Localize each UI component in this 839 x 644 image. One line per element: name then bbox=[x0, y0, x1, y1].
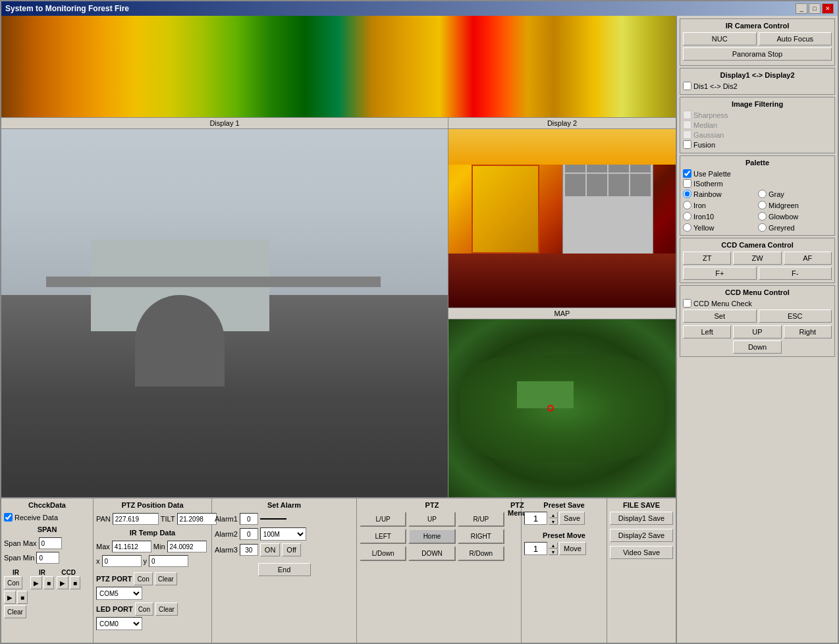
ccd-right-button[interactable]: Right bbox=[784, 325, 832, 338]
ptz-right-button[interactable]: RIGHT bbox=[458, 529, 504, 544]
span-min-input[interactable]: 0 bbox=[36, 552, 59, 564]
median-checkbox[interactable] bbox=[683, 121, 691, 129]
glowbow-row: Glowbow bbox=[758, 212, 832, 221]
video-save-button[interactable]: Video Save bbox=[610, 546, 673, 559]
dis1-dis2-checkbox[interactable] bbox=[683, 82, 691, 90]
x-input[interactable]: 0 bbox=[102, 555, 142, 567]
led-port-title: LED PORT bbox=[96, 605, 133, 613]
close-button[interactable]: ✕ bbox=[822, 3, 834, 14]
set-alarm-title: Set Alarm bbox=[215, 501, 354, 509]
ccd-stop-button[interactable]: ■ bbox=[70, 576, 80, 589]
ccd-menu-check-checkbox[interactable] bbox=[683, 299, 691, 308]
af-button[interactable]: AF bbox=[784, 252, 832, 265]
use-palette-checkbox[interactable] bbox=[683, 169, 691, 178]
alarm3-off-button[interactable]: Off bbox=[282, 543, 300, 556]
greyred-row: Greyred bbox=[758, 223, 832, 232]
fusion-row: Fusion bbox=[683, 140, 832, 149]
isotherm-checkbox[interactable] bbox=[683, 179, 691, 188]
alarm2-range-select[interactable]: 100M bbox=[260, 527, 306, 541]
esc-button[interactable]: ESC bbox=[759, 309, 832, 323]
alarm1-input[interactable]: 0 bbox=[240, 513, 258, 525]
ptz-home-button[interactable]: Home bbox=[408, 529, 455, 544]
maximize-button[interactable]: □ bbox=[809, 3, 821, 14]
preset-save-down-button[interactable]: ▼ bbox=[549, 518, 558, 525]
ir-stop-button[interactable]: ■ bbox=[17, 591, 28, 604]
yellow-radio[interactable] bbox=[683, 223, 691, 232]
ptz-all-row: PTZ L/UP UP R/UP LEFT Home RIGHT L/Down … bbox=[360, 501, 518, 561]
preset-move-spinner: ▲ ▼ Move bbox=[524, 542, 604, 555]
ptz-rup-button[interactable]: R/UP bbox=[458, 512, 504, 527]
preset-move-input[interactable] bbox=[524, 542, 547, 555]
ptz-clear-button[interactable]: Clear bbox=[155, 572, 177, 585]
ir-clear-button[interactable]: Clear bbox=[4, 605, 26, 618]
ccd-up-button[interactable]: UP bbox=[733, 325, 781, 338]
minimize-button[interactable]: _ bbox=[796, 3, 807, 14]
ptz-port-area: PTZ PORT Con Clear COM5 bbox=[96, 572, 209, 600]
greyred-radio[interactable] bbox=[758, 223, 767, 232]
sharpness-checkbox[interactable] bbox=[683, 111, 691, 119]
display1-save-button[interactable]: Display1 Save bbox=[610, 512, 673, 525]
ccd-playback-row: ▶ ■ bbox=[57, 576, 80, 589]
end-button[interactable]: End bbox=[258, 563, 311, 576]
gaussian-checkbox[interactable] bbox=[683, 130, 691, 139]
d2-vent-cell bbox=[630, 174, 651, 197]
min-input[interactable]: 24.0092 bbox=[167, 541, 207, 552]
led-com-select[interactable]: COM0 bbox=[96, 617, 142, 630]
rainbow-radio[interactable] bbox=[683, 190, 691, 198]
gray-radio[interactable] bbox=[758, 190, 767, 198]
midgreen-radio[interactable] bbox=[758, 201, 767, 209]
ir-play-button[interactable]: ▶ bbox=[4, 591, 16, 604]
ir2-play-button[interactable]: ▶ bbox=[30, 576, 42, 589]
ptz-com-select[interactable]: COM5 bbox=[96, 587, 142, 600]
preset-save-up-button[interactable]: ▲ bbox=[549, 512, 558, 518]
ptz-down-button[interactable]: DOWN bbox=[408, 546, 455, 561]
display-switch-title: Display1 <-> Display2 bbox=[683, 71, 832, 79]
fusion-checkbox[interactable] bbox=[683, 140, 691, 149]
pan-label: PAN bbox=[96, 515, 111, 523]
ptz-rdown-button[interactable]: R/Down bbox=[458, 546, 504, 561]
ptz-up-button[interactable]: UP bbox=[408, 512, 455, 527]
iron10-radio[interactable] bbox=[683, 212, 691, 221]
max-min-row: Max 41.1612 Min 24.0092 bbox=[96, 541, 209, 552]
y-input[interactable]: 0 bbox=[149, 555, 188, 567]
alarm3-on-button[interactable]: ON bbox=[260, 543, 281, 556]
preset-move-button[interactable]: Move bbox=[559, 542, 586, 555]
led-clear-button[interactable]: Clear bbox=[155, 603, 178, 616]
preset-section: Preset Save ▲ ▼ Save Preset Move ▲ bbox=[522, 498, 607, 643]
d1-ac-unit bbox=[135, 295, 225, 387]
receive-data-checkbox[interactable] bbox=[4, 513, 13, 522]
iron-radio[interactable] bbox=[683, 201, 691, 209]
ir-con-button[interactable]: Con bbox=[4, 576, 22, 589]
span-max-row: Span Max 0 bbox=[4, 537, 90, 549]
set-button[interactable]: Set bbox=[683, 309, 757, 323]
alarm3-input[interactable]: 30 bbox=[240, 544, 258, 556]
auto-focus-button[interactable]: Auto Focus bbox=[759, 32, 832, 45]
led-con-button[interactable]: Con bbox=[135, 603, 153, 616]
ccd-play-button[interactable]: ▶ bbox=[57, 576, 68, 589]
panorama-stop-button[interactable]: Panorama Stop bbox=[683, 47, 832, 61]
zt-button[interactable]: ZT bbox=[683, 252, 731, 265]
span-max-input[interactable]: 0 bbox=[39, 537, 62, 549]
ptz-lup-button[interactable]: L/UP bbox=[360, 512, 406, 527]
alarm2-input[interactable]: 0 bbox=[240, 528, 258, 540]
tilt-input[interactable]: 21.2098 bbox=[177, 513, 217, 525]
f-minus-button[interactable]: F- bbox=[759, 267, 832, 280]
max-input[interactable]: 41.1612 bbox=[112, 541, 151, 552]
ptz-ldown-button[interactable]: L/Down bbox=[360, 546, 406, 561]
ccd-down-button[interactable]: Down bbox=[733, 340, 781, 354]
pan-input[interactable]: 227.619 bbox=[113, 513, 159, 525]
zw-button[interactable]: ZW bbox=[733, 252, 781, 265]
preset-move-down-button[interactable]: ▼ bbox=[549, 549, 558, 555]
f-plus-button[interactable]: F+ bbox=[683, 267, 757, 280]
display2-save-button[interactable]: Display2 Save bbox=[610, 529, 673, 542]
ptz-left-button[interactable]: LEFT bbox=[360, 529, 406, 544]
ccd-left-button[interactable]: Left bbox=[683, 325, 731, 338]
preset-save-button[interactable]: Save bbox=[559, 512, 585, 525]
preset-save-input[interactable] bbox=[524, 512, 547, 525]
ptz-con-button[interactable]: Con bbox=[134, 572, 152, 585]
ir2-stop-button[interactable]: ■ bbox=[43, 576, 54, 589]
glowbow-radio[interactable] bbox=[758, 212, 767, 221]
nuc-button[interactable]: NUC bbox=[683, 32, 757, 45]
preset-move-up-button[interactable]: ▲ bbox=[549, 542, 558, 549]
rainbow-row: Rainbow bbox=[683, 190, 757, 198]
